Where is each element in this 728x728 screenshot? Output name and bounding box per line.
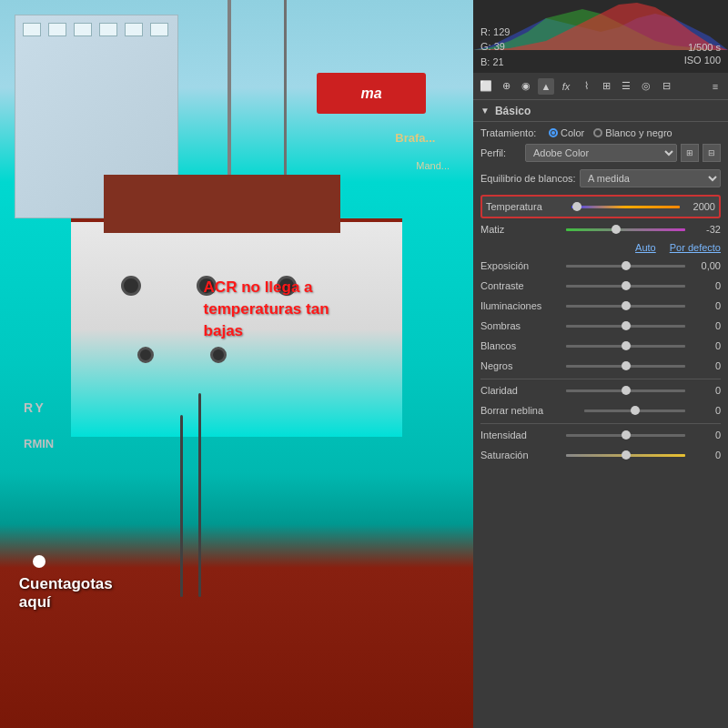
label-text2: Mand... (416, 160, 450, 171)
iluminaciones-slider-thumb[interactable] (622, 301, 631, 310)
radio-group: Color Blanco y negro (549, 127, 672, 138)
red-sign: ma (317, 73, 426, 114)
defecto-link[interactable]: Por defecto (670, 242, 721, 253)
annotation-acr: ACR no llega atemperaturas tanbajas (204, 277, 329, 341)
cuentagotas-label: Cuentagotasaquí (19, 575, 113, 612)
transform-icon[interactable]: ⊟ (658, 78, 674, 95)
porthole (121, 276, 141, 296)
label-text: Brafa... (395, 131, 435, 145)
rope (180, 415, 183, 597)
section-title: Básico (495, 105, 531, 117)
contraste-row: Contraste 0 (480, 278, 721, 293)
temperatura-label: Temperatura (486, 201, 568, 212)
rgb-values: R: 129 G: 39 B: 21 (480, 25, 510, 70)
fx-icon[interactable]: fx (558, 78, 574, 95)
exposicion-slider-thumb[interactable] (622, 261, 631, 270)
section-arrow: ▼ (480, 106, 490, 116)
temperatura-inner: Temperatura 2000 (486, 199, 715, 214)
profile-grid-button[interactable]: ⊞ (681, 144, 699, 162)
saturacion-slider-thumb[interactable] (622, 450, 631, 460)
blancos-slider-thumb[interactable] (622, 341, 631, 350)
crop-icon[interactable]: ⬜ (478, 78, 494, 95)
intensidad-label: Intensidad (480, 430, 562, 440)
bw-radio[interactable]: Blanco y negro (593, 127, 672, 138)
blancos-label: Blancos (480, 340, 562, 351)
negros-label: Negros (480, 360, 562, 371)
claridad-label: Claridad (480, 385, 562, 396)
negros-value: 0 (689, 360, 721, 371)
contraste-value: 0 (689, 280, 721, 291)
iluminaciones-value: 0 (689, 300, 721, 311)
color-radio-dot (549, 128, 558, 137)
exposicion-row: Exposición 0,00 (480, 258, 721, 273)
saturacion-row: Saturación 0 (480, 448, 721, 462)
color-radio-inner (551, 131, 555, 135)
auto-link[interactable]: Auto (635, 242, 656, 253)
matiz-label: Matiz (480, 224, 562, 235)
claridad-slider-thumb[interactable] (622, 386, 631, 395)
porthole (137, 347, 154, 363)
bw-radio-dot (593, 128, 602, 137)
filter-icon[interactable]: ▲ (538, 78, 554, 95)
bw-label: Blanco y negro (605, 127, 672, 138)
panel-toggle-icon[interactable]: ≡ (707, 78, 723, 95)
window (125, 23, 143, 36)
negros-slider-container (566, 359, 685, 373)
iluminaciones-slider-container (566, 298, 685, 313)
borrar-neblina-value: 0 (689, 405, 721, 416)
contraste-slider-container (566, 278, 685, 293)
section-header-basico[interactable]: ▼ Básico (473, 100, 728, 122)
claridad-row: Claridad 0 (480, 383, 721, 398)
temperatura-value: 2000 (683, 201, 715, 212)
sombras-value: 0 (689, 320, 721, 331)
temperatura-box: Temperatura 2000 (480, 195, 721, 218)
divider (480, 379, 721, 379)
color-radio[interactable]: Color (549, 127, 584, 138)
detail-icon[interactable]: ⊞ (598, 78, 614, 95)
contraste-slider-track (566, 285, 685, 288)
exposicion-label: Exposición (480, 260, 562, 271)
wb-row: Equilibrio de blancos: A medida (480, 169, 721, 187)
image-panel: ma Brafa... Mand... ACR no llega atemper… (0, 0, 473, 728)
controls-area: Tratamiento: Color Blanco y negro Perfil… (473, 122, 728, 728)
lens-icon[interactable]: ◎ (638, 78, 654, 95)
intensidad-row: Intensidad 0 (480, 428, 721, 442)
intensidad-slider-thumb[interactable] (622, 430, 631, 440)
shutter-info: 1/500 s (688, 42, 721, 53)
intensidad-slider-container (566, 428, 685, 442)
borrar-neblina-row: Borrar neblina 0 (480, 403, 721, 418)
intensidad-value: 0 (689, 430, 721, 440)
window (99, 23, 117, 36)
matiz-slider-container (566, 222, 685, 237)
curve-icon[interactable]: ⌇ (578, 78, 594, 95)
exposicion-slider-track (566, 265, 685, 268)
matiz-slider-thumb[interactable] (612, 225, 621, 234)
profile-select[interactable]: Adobe Color (525, 144, 677, 162)
window (48, 23, 66, 36)
wb-select[interactable]: A medida (580, 169, 721, 187)
porthole (210, 347, 227, 363)
exposicion-value: 0,00 (689, 260, 721, 271)
roof (104, 175, 340, 233)
sombras-slider-thumb[interactable] (622, 321, 631, 330)
profile-row: Perfil: Adobe Color ⊞ ⊟ (480, 144, 721, 162)
borrar-neblina-slider-thumb[interactable] (631, 406, 640, 415)
redeye-icon[interactable]: ◉ (518, 78, 534, 95)
saturacion-label: Saturación (480, 450, 562, 460)
temperatura-slider-container (571, 199, 680, 214)
matiz-value: -32 (689, 224, 721, 235)
iluminaciones-row: Iluminaciones 0 (480, 298, 721, 313)
blancos-row: Blancos 0 (480, 339, 721, 353)
hsl-icon[interactable]: ☰ (618, 78, 634, 95)
saturacion-slider-container (566, 448, 685, 462)
heal-icon[interactable]: ⊕ (498, 78, 514, 95)
profile-grid-button2[interactable]: ⊟ (703, 144, 721, 162)
boat-text-ry: RY (24, 400, 46, 415)
temperatura-slider-thumb[interactable] (572, 202, 581, 211)
contraste-slider-thumb[interactable] (622, 281, 631, 290)
rope2 (198, 393, 201, 597)
treatment-row: Tratamiento: Color Blanco y negro (480, 127, 721, 138)
saturacion-slider-track (566, 454, 685, 457)
auto-row: Auto Por defecto (480, 242, 721, 253)
negros-slider-thumb[interactable] (622, 361, 631, 370)
